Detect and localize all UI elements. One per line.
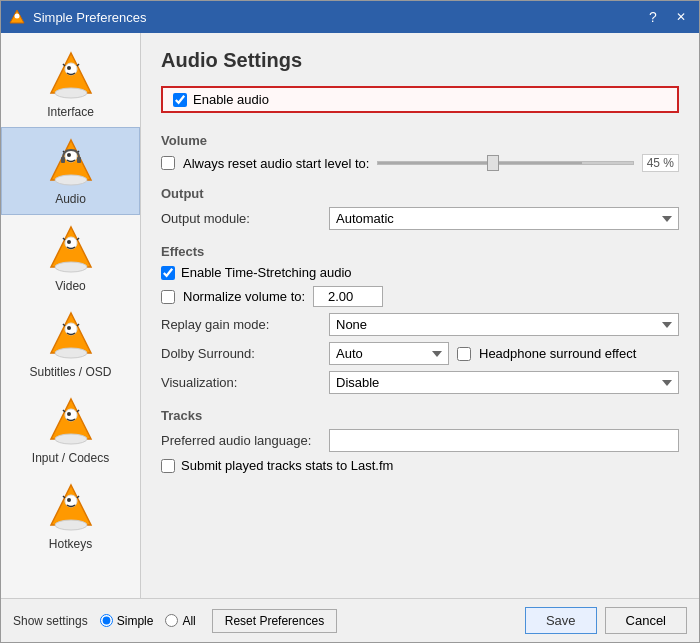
content-area: Interface Audio <box>1 33 699 598</box>
svg-point-18 <box>65 237 77 249</box>
svg-point-11 <box>67 153 71 157</box>
tracks-section-header: Tracks <box>161 408 679 423</box>
preferred-lang-row: Preferred audio language: <box>161 429 679 452</box>
sidebar-subtitles-label: Subtitles / OSD <box>29 365 111 379</box>
volume-slider[interactable] <box>377 161 633 165</box>
dolby-select[interactable]: Auto On Off <box>329 342 449 365</box>
help-button[interactable]: ? <box>643 7 663 27</box>
svg-point-30 <box>65 409 77 421</box>
submit-stats-row: Submit played tracks stats to Last.fm <box>161 458 679 473</box>
svg-rect-15 <box>77 157 81 163</box>
sidebar-audio-label: Audio <box>55 192 86 206</box>
all-radio-item: All <box>165 614 195 628</box>
sidebar-interface-label: Interface <box>47 105 94 119</box>
svg-point-29 <box>55 434 87 444</box>
sidebar-item-subtitles[interactable]: Subtitles / OSD <box>1 301 140 387</box>
volume-row: Always reset audio start level to: 45 % <box>161 154 679 172</box>
svg-point-4 <box>65 63 77 75</box>
replay-gain-row: Replay gain mode: None Track Album <box>161 313 679 336</box>
simple-radio[interactable] <box>100 614 113 627</box>
normalize-checkbox[interactable] <box>161 290 175 304</box>
reset-preferences-button[interactable]: Reset Preferences <box>212 609 337 633</box>
volume-percent: 45 % <box>642 154 679 172</box>
simple-radio-item: Simple <box>100 614 154 628</box>
sidebar-item-input[interactable]: Input / Codecs <box>1 387 140 473</box>
svg-point-31 <box>67 412 71 416</box>
sidebar-input-label: Input / Codecs <box>32 451 109 465</box>
always-reset-checkbox[interactable] <box>161 156 175 170</box>
normalize-row: Normalize volume to: <box>161 286 679 307</box>
time-stretching-checkbox[interactable] <box>161 266 175 280</box>
hotkeys-icon <box>45 481 97 533</box>
svg-point-1 <box>15 14 20 19</box>
sidebar-item-audio[interactable]: Audio <box>1 127 140 215</box>
svg-point-25 <box>67 326 71 330</box>
main-window: Simple Preferences ? ✕ Interface <box>0 0 700 643</box>
output-module-row: Output module: Automatic DirectX audio o… <box>161 207 679 230</box>
volume-section-header: Volume <box>161 133 679 148</box>
svg-point-3 <box>55 88 87 98</box>
svg-point-9 <box>55 175 87 185</box>
app-icon <box>9 9 25 25</box>
dolby-row: Dolby Surround: Auto On Off Headphone su… <box>161 342 679 365</box>
main-panel: Audio Settings Enable audio Volume Alway… <box>141 33 699 598</box>
svg-rect-14 <box>61 157 65 163</box>
svg-point-23 <box>55 348 87 358</box>
subtitles-icon <box>45 309 97 361</box>
submit-stats-label[interactable]: Submit played tracks stats to Last.fm <box>181 458 393 473</box>
window-title: Simple Preferences <box>33 10 635 25</box>
close-button[interactable]: ✕ <box>671 7 691 27</box>
svg-point-24 <box>65 323 77 335</box>
sidebar-item-interface[interactable]: Interface <box>1 41 140 127</box>
submit-stats-checkbox[interactable] <box>161 459 175 473</box>
footer: Show settings Simple All Reset Preferenc… <box>1 598 699 642</box>
headphone-checkbox[interactable] <box>457 347 471 361</box>
replay-gain-select[interactable]: None Track Album <box>329 313 679 336</box>
svg-point-17 <box>55 262 87 272</box>
svg-point-19 <box>67 240 71 244</box>
svg-point-5 <box>67 66 71 70</box>
always-reset-label[interactable]: Always reset audio start level to: <box>183 156 369 171</box>
visualization-select[interactable]: Disable Spectrum analyzer Scope Vuameter… <box>329 371 679 394</box>
replay-gain-label: Replay gain mode: <box>161 317 321 332</box>
preferred-lang-label: Preferred audio language: <box>161 433 321 448</box>
save-button[interactable]: Save <box>525 607 597 634</box>
dolby-label: Dolby Surround: <box>161 346 321 361</box>
show-settings-label: Show settings <box>13 614 88 628</box>
sidebar-video-label: Video <box>55 279 85 293</box>
time-stretching-label[interactable]: Enable Time-Stretching audio <box>181 265 352 280</box>
audio-icon <box>45 136 97 188</box>
enable-audio-label[interactable]: Enable audio <box>193 92 269 107</box>
normalize-label[interactable]: Normalize volume to: <box>183 289 305 304</box>
time-stretching-row: Enable Time-Stretching audio <box>161 265 679 280</box>
simple-radio-label[interactable]: Simple <box>117 614 154 628</box>
all-radio-label[interactable]: All <box>182 614 195 628</box>
headphone-label[interactable]: Headphone surround effect <box>479 346 636 361</box>
all-radio[interactable] <box>165 614 178 627</box>
enable-audio-checkbox[interactable] <box>173 93 187 107</box>
visualization-label: Visualization: <box>161 375 321 390</box>
normalize-value-input[interactable] <box>313 286 383 307</box>
titlebar: Simple Preferences ? ✕ <box>1 1 699 33</box>
svg-point-37 <box>67 498 71 502</box>
svg-point-36 <box>65 495 77 507</box>
sidebar-item-video[interactable]: Video <box>1 215 140 301</box>
video-icon <box>45 223 97 275</box>
settings-mode-group: Simple All <box>100 614 196 628</box>
volume-slider-container: 45 % <box>377 154 679 172</box>
svg-point-35 <box>55 520 87 530</box>
page-title: Audio Settings <box>161 49 679 72</box>
output-section-header: Output <box>161 186 679 201</box>
preferred-lang-input[interactable] <box>329 429 679 452</box>
interface-icon <box>45 49 97 101</box>
sidebar-item-hotkeys[interactable]: Hotkeys <box>1 473 140 559</box>
sidebar: Interface Audio <box>1 33 141 598</box>
output-module-label: Output module: <box>161 211 321 226</box>
enable-audio-container: Enable audio <box>161 86 679 113</box>
visualization-row: Visualization: Disable Spectrum analyzer… <box>161 371 679 394</box>
output-module-select[interactable]: Automatic DirectX audio output WaveOut a… <box>329 207 679 230</box>
sidebar-hotkeys-label: Hotkeys <box>49 537 92 551</box>
cancel-button[interactable]: Cancel <box>605 607 687 634</box>
input-icon <box>45 395 97 447</box>
effects-section-header: Effects <box>161 244 679 259</box>
